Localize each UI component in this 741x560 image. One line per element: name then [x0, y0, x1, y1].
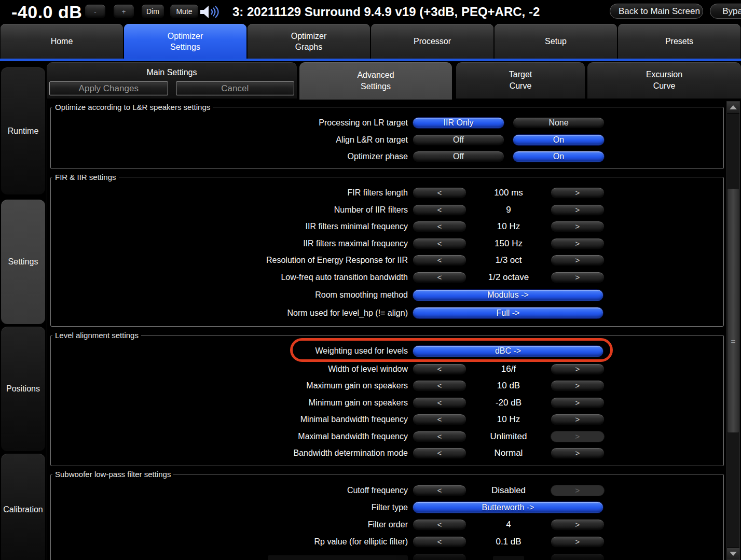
setting-row: Resolution of Energy Response for IIR < …: [51, 252, 723, 269]
decrement-button[interactable]: <: [413, 255, 466, 266]
setting-label: Bandwidth determination mode: [51, 449, 413, 458]
option-button[interactable]: On: [513, 134, 605, 146]
decrement-button[interactable]: <: [413, 431, 466, 442]
option-button[interactable]: Off: [413, 151, 504, 162]
tab-label: Optimizer: [291, 31, 326, 41]
increment-button[interactable]: >: [551, 272, 605, 283]
bypass-button[interactable]: Bypass: [710, 4, 741, 19]
decrement-button[interactable]: <: [413, 536, 466, 548]
scroll-down-button[interactable]: [727, 548, 739, 559]
tab-target-curve[interactable]: Target Curve: [456, 62, 585, 99]
decrement-button[interactable]: <: [413, 221, 466, 232]
mute-button[interactable]: Mute: [170, 4, 199, 19]
back-to-main-screen-button[interactable]: Back to Main Screen: [610, 4, 703, 19]
scrollbar-thumb[interactable]: =: [728, 189, 739, 432]
decrement-button[interactable]: <: [413, 204, 466, 216]
setting-row: Maximum gain on speakers < 10 dB >: [51, 377, 723, 395]
setting-row: Low-freq auto transition bandwidth < 1/2…: [51, 269, 723, 286]
cycle-select-button[interactable]: Butterworth ->: [413, 501, 603, 513]
setting-value: 1/2 octave: [466, 272, 551, 283]
decrement-button[interactable]: <: [413, 238, 466, 249]
decrement-button[interactable]: <: [413, 187, 466, 199]
increment-button[interactable]: >: [551, 204, 605, 216]
setting-value: 16/f: [466, 364, 551, 374]
decrement-button[interactable]: <: [413, 272, 466, 283]
setting-label: IIR filters minimal frequency: [51, 222, 413, 231]
increment-button[interactable]: >: [551, 255, 605, 266]
cycle-select-button[interactable]: Full ->: [413, 307, 603, 319]
increment-button[interactable]: >: [551, 397, 605, 409]
tab-label: Target: [509, 69, 532, 80]
scroll-up-button[interactable]: [727, 102, 739, 114]
decrement-button[interactable]: <: [413, 447, 466, 459]
decrement-button[interactable]: <: [413, 485, 466, 496]
decrement-button[interactable]: <: [413, 380, 466, 391]
setting-label: FIR filters length: [51, 188, 413, 198]
volume-down-button[interactable]: -: [85, 4, 106, 19]
setting-label: Width of level window: [51, 365, 413, 374]
tab-processor[interactable]: Processor: [371, 24, 493, 59]
setting-label: Weighting used for levels: [51, 346, 413, 356]
preset-title: 3: 20211129 Surround 9.4.9 v19 (+3dB, PE…: [232, 0, 540, 24]
tab-optimizer-graphs[interactable]: Optimizer Graphs: [248, 24, 370, 59]
cycle-select-button[interactable]: dBC ->: [413, 345, 603, 357]
tab-setup[interactable]: Setup: [495, 24, 617, 59]
setting-row: Rp value (for elliptic filter) < 0.1 dB …: [51, 533, 723, 550]
section-title: Level alignment settings: [52, 331, 141, 340]
main-tab-bar: Home Optimizer Settings Optimizer Graphs…: [0, 24, 741, 59]
increment-button[interactable]: >: [551, 187, 605, 199]
setting-label: Maximal bandwidth frequency: [51, 432, 413, 441]
setting-label: IIR filters maximal frequency: [51, 239, 413, 248]
cancel-button[interactable]: Cancel: [176, 81, 295, 95]
setting-label: Rp value (for elliptic filter): [51, 537, 413, 547]
tab-optimizer-settings[interactable]: Optimizer Settings: [124, 24, 246, 59]
tab-advanced-settings[interactable]: Advanced Settings: [299, 62, 452, 100]
section-title: Optimize according to L&R speakers setti…: [52, 103, 213, 111]
setting-value: 10 Hz: [466, 221, 551, 232]
increment-button[interactable]: >: [551, 380, 605, 391]
decrement-button[interactable]: <: [413, 414, 466, 425]
decrement-button[interactable]: <: [413, 397, 466, 409]
increment-button[interactable]: >: [551, 519, 605, 530]
tab-main-settings[interactable]: Main Settings Apply Changes Cancel: [47, 62, 297, 99]
advanced-settings-panel: Optimize according to L&R speakers setti…: [46, 100, 726, 560]
apply-changes-button[interactable]: Apply Changes: [49, 81, 168, 95]
decrement-button[interactable]: <: [413, 363, 466, 375]
sidebar-item-runtime[interactable]: Runtime: [1, 67, 45, 194]
section-level-alignment: Level alignment settings Weighting used …: [50, 331, 724, 466]
increment-button[interactable]: >: [551, 363, 605, 375]
increment-button[interactable]: >: [551, 238, 605, 249]
setting-label: Filter order: [51, 520, 413, 529]
dim-button[interactable]: Dim: [141, 4, 164, 19]
sidebar-item-positions[interactable]: Positions: [1, 327, 45, 451]
option-button[interactable]: IIR Only: [413, 117, 504, 129]
sidebar-item-calibration[interactable]: Calibration: [1, 454, 45, 560]
option-button[interactable]: Off: [413, 134, 504, 146]
setting-value: -20 dB: [466, 398, 551, 408]
volume-up-button[interactable]: +: [113, 4, 134, 19]
tab-excursion-curve[interactable]: Excursion Curve: [587, 62, 741, 99]
section-title: Subwoofer low-pass filter settings: [52, 470, 173, 479]
tab-presets[interactable]: Presets: [618, 24, 740, 59]
increment-button[interactable]: >: [551, 221, 605, 232]
setting-value: 9: [466, 205, 551, 215]
partial-row: [51, 550, 723, 560]
decrement-button[interactable]: <: [413, 519, 466, 530]
setting-row: Norm used for level_hp (!= align) Full -…: [51, 305, 723, 322]
increment-button[interactable]: >: [551, 536, 605, 548]
option-button[interactable]: None: [513, 117, 605, 129]
tab-label: Setup: [545, 36, 567, 47]
tab-home[interactable]: Home: [1, 24, 123, 59]
setting-row: Room smoothing method Modulus ->: [51, 287, 723, 304]
vertical-scrollbar[interactable]: =: [726, 101, 740, 560]
arrow-down-icon: [730, 552, 737, 556]
setting-label: Maximum gain on speakers: [51, 381, 413, 390]
active-tab-underline: [0, 59, 741, 61]
setting-value: Normal: [466, 448, 551, 458]
cycle-select-button[interactable]: Modulus ->: [413, 289, 603, 301]
increment-button[interactable]: >: [551, 447, 605, 459]
increment-button[interactable]: >: [551, 414, 605, 425]
option-button[interactable]: On: [513, 151, 605, 162]
sidebar-item-settings[interactable]: Settings: [1, 200, 45, 324]
master-volume-display[interactable]: -40.0 dB: [11, 0, 82, 24]
